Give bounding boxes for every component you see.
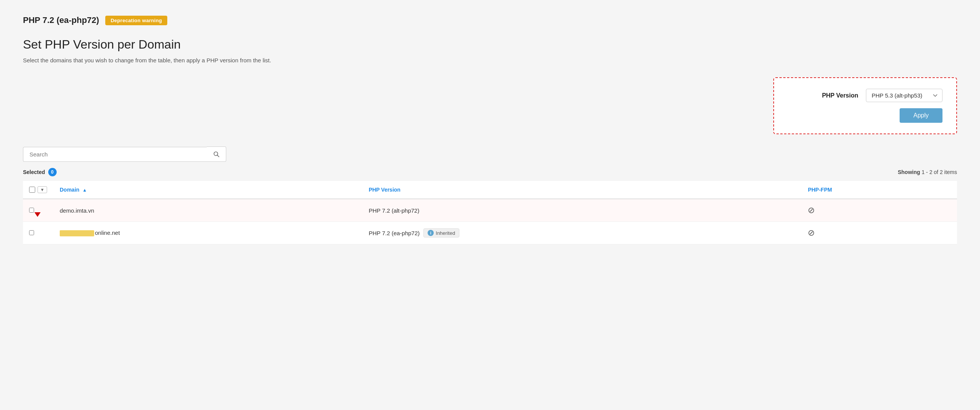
inherited-badge: i Inherited [423,228,459,238]
th-php-fpm: PHP-FPM [802,181,957,199]
php-version-select[interactable]: PHP 5.3 (alt-php53) PHP 5.4 (alt-php54) … [866,89,942,102]
th-checkbox: ▼ [23,181,54,199]
svg-line-1 [217,155,219,157]
table-row: demo.imta.vn PHP 7.2 (alt-php72) ⊘ [23,199,957,222]
th-php-version: PHP Version [363,181,802,199]
domain-redacted-block [60,230,94,236]
php-version-text-2: PHP 7.2 (ea-php72) [369,230,420,236]
td-php-fpm-2: ⊘ [802,222,957,244]
th-domain[interactable]: Domain ▲ [54,181,363,199]
version-panel-wrapper: PHP Version PHP 5.3 (alt-php53) PHP 5.4 … [23,77,957,134]
search-input[interactable] [23,147,207,162]
table-row: online.net PHP 7.2 (ea-php72) i Inherite… [23,222,957,244]
row-checkbox-2[interactable] [29,230,34,235]
apply-button[interactable]: Apply [900,108,942,123]
search-button[interactable] [207,146,226,162]
select-all-checkbox[interactable] [29,187,35,193]
search-input-wrapper [23,146,226,162]
th-domain-label: Domain [60,187,79,193]
cursor-arrow-indicator [29,207,34,214]
td-php-version-2: PHP 7.2 (ea-php72) i Inherited [363,222,802,244]
td-domain-2: online.net [54,222,363,244]
td-domain-1: demo.imta.vn [54,199,363,222]
table-meta: Selected 0 Showing 1 - 2 of 2 items [23,168,957,176]
domain-suffix-2: online.net [95,229,120,236]
select-all-dropdown[interactable]: ▼ [38,186,47,193]
php-version-label: PHP Version [822,92,858,99]
row-checkbox-1[interactable] [29,208,34,213]
td-checkbox-2 [23,222,54,244]
td-php-fpm-1: ⊘ [802,199,957,222]
header-bar: PHP 7.2 (ea-php72) Deprecation warning [23,15,957,25]
selected-label: Selected 0 [23,168,57,176]
php-version-cell-2: PHP 7.2 (ea-php72) i Inherited [369,228,795,238]
search-section [23,146,957,162]
block-icon-2: ⊘ [808,228,815,238]
showing-range-value: 1 - 2 of 2 items [921,169,957,175]
page-header-title: PHP 7.2 (ea-php72) [23,15,99,25]
selected-text: Selected [23,169,45,175]
block-icon-1: ⊘ [808,205,815,215]
inherited-info-icon: i [428,230,434,236]
sort-arrow-icon: ▲ [82,187,87,193]
version-row: PHP Version PHP 5.3 (alt-php53) PHP 5.4 … [822,89,942,102]
search-icon [213,151,220,158]
td-php-version-1: PHP 7.2 (alt-php72) [363,199,802,222]
data-table: ▼ Domain ▲ PHP Version PHP-FPM dem [23,181,957,244]
version-panel: PHP Version PHP 5.3 (alt-php53) PHP 5.4 … [773,77,957,134]
table-header-row: ▼ Domain ▲ PHP Version PHP-FPM [23,181,957,199]
inherited-label: Inherited [436,230,455,236]
deprecation-badge: Deprecation warning [105,16,167,25]
page-title: Set PHP Version per Domain [23,37,957,52]
header-checkbox-wrapper: ▼ [29,186,47,193]
showing-label: Showing [898,169,920,175]
page-description: Select the domains that you wish to chan… [23,57,368,63]
showing-text: Showing 1 - 2 of 2 items [898,169,957,175]
td-checkbox-1 [23,199,54,222]
selected-count-badge: 0 [48,168,57,176]
svg-point-0 [214,152,218,156]
